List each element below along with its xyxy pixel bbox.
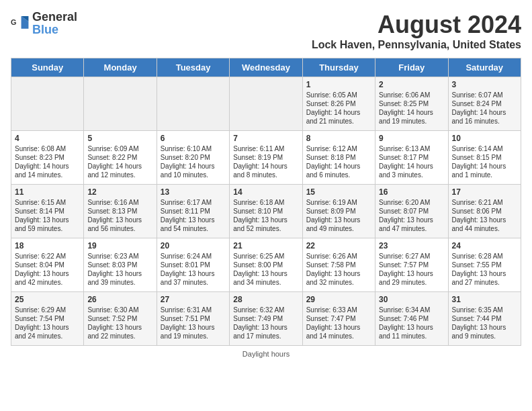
calendar-cell: 27Sunrise: 6:31 AMSunset: 7:51 PMDayligh… bbox=[157, 292, 229, 346]
calendar-cell: 16Sunrise: 6:20 AMSunset: 8:07 PMDayligh… bbox=[375, 185, 448, 238]
calendar-cell: 22Sunrise: 6:26 AMSunset: 7:58 PMDayligh… bbox=[302, 238, 375, 292]
calendar-cell: 23Sunrise: 6:27 AMSunset: 7:57 PMDayligh… bbox=[375, 238, 448, 292]
day-info: Sunrise: 6:26 AM bbox=[306, 252, 371, 261]
day-number: 17 bbox=[452, 187, 517, 197]
day-info: Daylight: 14 hours and 16 minutes. bbox=[452, 108, 517, 126]
day-number: 1 bbox=[306, 80, 371, 89]
day-info: Sunrise: 6:07 AM bbox=[452, 91, 517, 99]
weekday-header: Saturday bbox=[448, 58, 521, 77]
day-info: Sunrise: 6:13 AM bbox=[379, 144, 444, 153]
calendar-cell: 5Sunrise: 6:09 AMSunset: 8:22 PMDaylight… bbox=[84, 131, 157, 185]
day-info: Sunset: 8:03 PM bbox=[87, 261, 152, 269]
day-number: 4 bbox=[15, 134, 80, 143]
day-info: Daylight: 13 hours and 39 minutes. bbox=[87, 269, 152, 287]
day-number: 15 bbox=[306, 187, 371, 197]
calendar-subtitle: Lock Haven, Pennsylvania, United States bbox=[312, 39, 521, 51]
calendar-week-row: 1Sunrise: 6:05 AMSunset: 8:26 PMDaylight… bbox=[11, 77, 521, 131]
day-number: 19 bbox=[87, 241, 152, 250]
day-number: 24 bbox=[452, 241, 517, 250]
weekday-header: Thursday bbox=[302, 58, 375, 77]
day-info: Sunset: 8:04 PM bbox=[15, 261, 80, 269]
calendar-cell: 21Sunrise: 6:25 AMSunset: 8:00 PMDayligh… bbox=[230, 238, 302, 292]
calendar-cell: 12Sunrise: 6:16 AMSunset: 8:13 PMDayligh… bbox=[84, 185, 157, 238]
day-info: Sunset: 8:09 PM bbox=[306, 207, 371, 216]
calendar-cell bbox=[11, 77, 84, 131]
day-info: Sunrise: 6:19 AM bbox=[306, 198, 371, 207]
day-info: Daylight: 13 hours and 17 minutes. bbox=[233, 323, 298, 340]
calendar-cell: 26Sunrise: 6:30 AMSunset: 7:52 PMDayligh… bbox=[84, 292, 157, 346]
day-info: Sunset: 8:19 PM bbox=[233, 153, 298, 162]
day-info: Sunrise: 6:08 AM bbox=[15, 144, 80, 153]
day-info: Sunrise: 6:29 AM bbox=[15, 306, 80, 314]
day-info: Daylight: 13 hours and 11 minutes. bbox=[379, 323, 444, 340]
day-info: Daylight: 14 hours and 10 minutes. bbox=[161, 162, 226, 179]
day-info: Daylight: 14 hours and 12 minutes. bbox=[87, 162, 152, 179]
calendar-cell: 10Sunrise: 6:14 AMSunset: 8:15 PMDayligh… bbox=[448, 131, 521, 185]
day-info: Sunrise: 6:18 AM bbox=[233, 198, 298, 207]
day-info: Daylight: 14 hours and 19 minutes. bbox=[379, 108, 444, 126]
day-info: Sunset: 8:22 PM bbox=[87, 153, 152, 162]
day-info: Sunrise: 6:31 AM bbox=[161, 306, 226, 314]
day-info: Sunset: 7:55 PM bbox=[452, 261, 517, 269]
day-info: Daylight: 13 hours and 54 minutes. bbox=[161, 216, 226, 233]
day-info: Sunrise: 6:33 AM bbox=[306, 306, 371, 314]
day-number: 7 bbox=[233, 134, 298, 143]
calendar-cell bbox=[230, 77, 302, 131]
calendar-cell: 1Sunrise: 6:05 AMSunset: 8:26 PMDaylight… bbox=[302, 77, 375, 131]
day-info: Sunrise: 6:25 AM bbox=[233, 252, 298, 261]
calendar-cell: 28Sunrise: 6:32 AMSunset: 7:49 PMDayligh… bbox=[230, 292, 302, 346]
day-number: 27 bbox=[161, 295, 226, 304]
day-info: Daylight: 13 hours and 56 minutes. bbox=[87, 216, 152, 233]
weekday-header: Wednesday bbox=[230, 58, 302, 77]
day-info: Sunset: 8:11 PM bbox=[161, 207, 226, 216]
calendar-cell: 7Sunrise: 6:11 AMSunset: 8:19 PMDaylight… bbox=[230, 131, 302, 185]
day-info: Sunset: 8:23 PM bbox=[15, 153, 80, 162]
weekday-header: Sunday bbox=[11, 58, 84, 77]
day-info: Daylight: 13 hours and 37 minutes. bbox=[161, 269, 226, 287]
day-info: Daylight: 14 hours and 6 minutes. bbox=[306, 162, 371, 179]
day-info: Sunset: 8:26 PM bbox=[306, 99, 371, 108]
day-info: Sunset: 7:54 PM bbox=[15, 314, 80, 323]
day-info: Daylight: 13 hours and 22 minutes. bbox=[87, 323, 152, 340]
day-number: 11 bbox=[15, 187, 80, 197]
calendar-cell: 17Sunrise: 6:21 AMSunset: 8:06 PMDayligh… bbox=[448, 185, 521, 238]
weekday-header: Monday bbox=[84, 58, 157, 77]
day-info: Daylight: 13 hours and 44 minutes. bbox=[452, 216, 517, 233]
calendar-cell: 9Sunrise: 6:13 AMSunset: 8:17 PMDaylight… bbox=[375, 131, 448, 185]
day-number: 8 bbox=[306, 134, 371, 143]
calendar-week-row: 11Sunrise: 6:15 AMSunset: 8:14 PMDayligh… bbox=[11, 185, 521, 238]
day-number: 12 bbox=[87, 187, 152, 197]
day-info: Sunrise: 6:22 AM bbox=[15, 252, 80, 261]
calendar-cell: 30Sunrise: 6:34 AMSunset: 7:46 PMDayligh… bbox=[375, 292, 448, 346]
day-info: Sunrise: 6:32 AM bbox=[233, 306, 298, 314]
day-info: Sunrise: 6:16 AM bbox=[87, 198, 152, 207]
calendar-cell: 25Sunrise: 6:29 AMSunset: 7:54 PMDayligh… bbox=[11, 292, 84, 346]
day-info: Sunrise: 6:17 AM bbox=[161, 198, 226, 207]
calendar-title: August 2024 bbox=[312, 11, 521, 39]
day-info: Sunrise: 6:14 AM bbox=[452, 144, 517, 153]
day-info: Daylight: 13 hours and 59 minutes. bbox=[15, 216, 80, 233]
day-number: 14 bbox=[233, 187, 298, 197]
day-info: Sunrise: 6:10 AM bbox=[161, 144, 226, 153]
day-number: 3 bbox=[452, 80, 517, 89]
day-info: Sunset: 8:14 PM bbox=[15, 207, 80, 216]
calendar-week-row: 4Sunrise: 6:08 AMSunset: 8:23 PMDaylight… bbox=[11, 131, 521, 185]
svg-text:G: G bbox=[11, 18, 16, 26]
day-info: Sunset: 7:47 PM bbox=[306, 314, 371, 323]
footer-note: Daylight hours bbox=[11, 350, 521, 358]
calendar-cell: 31Sunrise: 6:35 AMSunset: 7:44 PMDayligh… bbox=[448, 292, 521, 346]
calendar-cell: 6Sunrise: 6:10 AMSunset: 8:20 PMDaylight… bbox=[157, 131, 229, 185]
logo-icon: G bbox=[11, 14, 30, 33]
day-info: Daylight: 13 hours and 52 minutes. bbox=[233, 216, 298, 233]
day-info: Daylight: 14 hours and 8 minutes. bbox=[233, 162, 298, 179]
day-info: Daylight: 13 hours and 47 minutes. bbox=[379, 216, 444, 233]
day-number: 31 bbox=[452, 295, 517, 304]
calendar-cell: 20Sunrise: 6:24 AMSunset: 8:01 PMDayligh… bbox=[157, 238, 229, 292]
calendar-cell: 14Sunrise: 6:18 AMSunset: 8:10 PMDayligh… bbox=[230, 185, 302, 238]
calendar-cell: 19Sunrise: 6:23 AMSunset: 8:03 PMDayligh… bbox=[84, 238, 157, 292]
calendar-cell: 4Sunrise: 6:08 AMSunset: 8:23 PMDaylight… bbox=[11, 131, 84, 185]
day-info: Sunrise: 6:12 AM bbox=[306, 144, 371, 153]
day-info: Sunrise: 6:24 AM bbox=[161, 252, 226, 261]
calendar-week-row: 18Sunrise: 6:22 AMSunset: 8:04 PMDayligh… bbox=[11, 238, 521, 292]
day-info: Sunrise: 6:09 AM bbox=[87, 144, 152, 153]
